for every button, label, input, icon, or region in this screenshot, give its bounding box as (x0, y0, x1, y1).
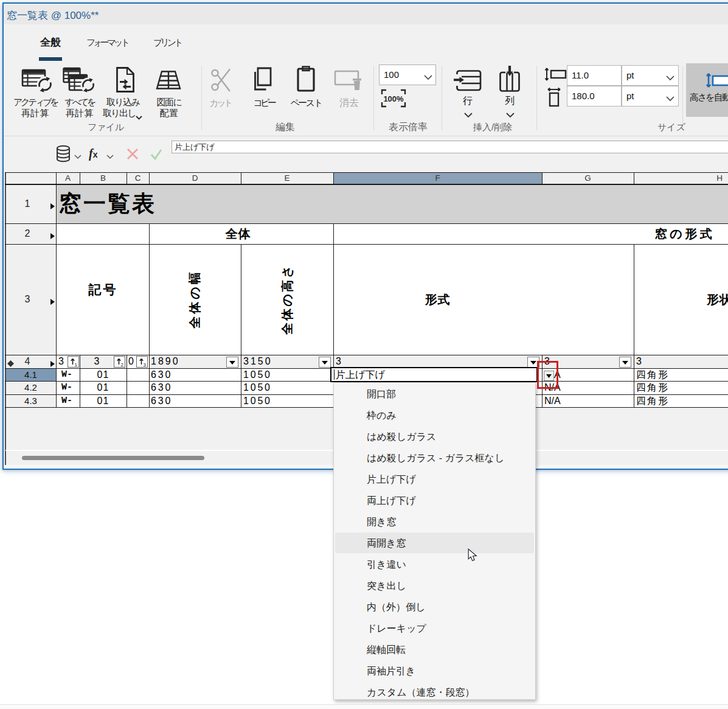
svg-text:1: 1 (75, 362, 78, 368)
svg-text:2: 2 (121, 362, 124, 368)
svg-text:100%: 100% (383, 94, 404, 103)
svg-text:3: 3 (144, 362, 147, 368)
